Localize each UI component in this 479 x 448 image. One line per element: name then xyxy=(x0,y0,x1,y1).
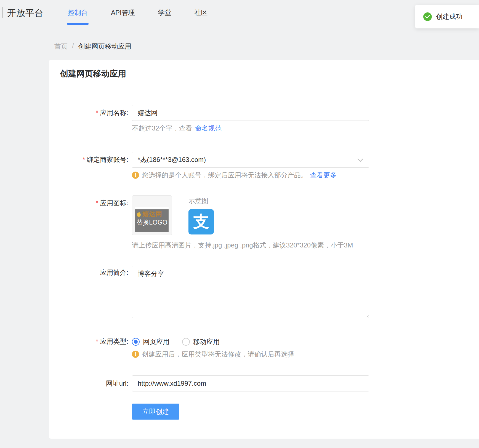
radio-mobile-label[interactable]: 移动应用 xyxy=(193,337,220,346)
merchant-account-warning: ! 您选择的是个人账号，绑定后应用将无法接入部分产品。 查看更多 xyxy=(132,171,479,179)
create-now-button[interactable]: 立即创建 xyxy=(132,404,179,420)
toast-message: 创建成功 xyxy=(436,12,462,21)
app-desc-textarea[interactable]: 博客分享 xyxy=(132,266,369,318)
logo-upload-box[interactable]: 嬉达网 替换LOGO xyxy=(132,195,172,235)
url-input[interactable] xyxy=(132,375,369,391)
breadcrumb-home[interactable]: 首页 xyxy=(54,42,68,51)
breadcrumb: 首页 / 创建网页移动应用 xyxy=(54,42,131,51)
url-label: 网址url: xyxy=(49,379,132,388)
merchant-account-row: *绑定商家账号: *杰(186***3@163.com) xyxy=(49,152,479,168)
success-toast: 创建成功 xyxy=(415,5,479,28)
breadcrumb-current: 创建网页移动应用 xyxy=(78,42,131,51)
app-name-hint: 不超过32个字，查看命名规范 xyxy=(132,124,479,132)
flame-icon xyxy=(136,211,141,217)
warning-icon: ! xyxy=(132,351,139,358)
app-type-radio-group: 网页应用 移动应用 xyxy=(132,337,220,346)
required-mark: * xyxy=(96,199,98,207)
app-icon-field: 嬉达网 替换LOGO 示意图 支 xyxy=(132,195,214,235)
tab-community[interactable]: 社区 xyxy=(195,8,208,23)
app-type-label: *应用类型: xyxy=(49,337,132,346)
app-type-row: *应用类型: 网页应用 移动应用 xyxy=(49,337,479,346)
create-app-form: *应用名称: 不超过32个字，查看命名规范 *绑定商家账号: *杰(186***… xyxy=(49,88,479,420)
warning-icon: ! xyxy=(132,172,139,179)
required-mark: * xyxy=(83,156,85,163)
top-nav: 控制台 API管理 学堂 社区 xyxy=(68,8,208,23)
app-icon-row: *应用图标: 嬉达网 替换LOGO 示意图 支 xyxy=(49,195,479,235)
page-title: 创建网页移动应用 xyxy=(49,60,479,79)
uploaded-logo: 嬉达网 xyxy=(136,210,169,218)
radio-unselected-icon[interactable] xyxy=(182,338,190,346)
sample-column: 示意图 支 xyxy=(188,195,214,235)
brand-logo[interactable]: 开放平台 xyxy=(7,7,44,19)
merchant-account-value: *杰(186***3@163.com) xyxy=(138,155,206,164)
app-desc-label: 应用简介: xyxy=(49,266,132,318)
merchant-account-label: *绑定商家账号: xyxy=(49,156,132,164)
upload-hint: 请上传应用高清图片，支持.jpg .jpeg .png格式，建议320*320像… xyxy=(132,240,367,251)
sample-label: 示意图 xyxy=(188,195,214,205)
brand-divider xyxy=(2,7,2,18)
logo-thumbnail: 嬉达网 替换LOGO xyxy=(135,207,169,232)
url-row: 网址url: xyxy=(49,375,479,391)
chevron-down-icon xyxy=(357,156,363,164)
app-name-label: *应用名称: xyxy=(49,109,132,117)
alipay-sample-icon: 支 xyxy=(188,209,214,234)
tab-academy[interactable]: 学堂 xyxy=(158,8,171,23)
required-mark: * xyxy=(96,338,98,345)
see-more-link[interactable]: 查看更多 xyxy=(310,171,337,179)
app-name-hint-text: 不超过32个字，查看 xyxy=(132,124,192,132)
radio-selected-icon[interactable] xyxy=(132,338,140,346)
breadcrumb-separator: / xyxy=(72,42,74,51)
app-name-input[interactable] xyxy=(132,105,369,121)
tab-console[interactable]: 控制台 xyxy=(68,8,88,23)
tab-api-management[interactable]: API管理 xyxy=(111,8,135,23)
replace-logo-button[interactable]: 替换LOGO xyxy=(135,218,169,227)
naming-rules-link[interactable]: 命名规范 xyxy=(195,124,222,132)
radio-option-mobile[interactable]: 移动应用 xyxy=(182,337,220,346)
radio-web-label[interactable]: 网页应用 xyxy=(143,337,169,346)
app-icon-label: *应用图标: xyxy=(49,195,132,235)
app-desc-row: 应用简介: 博客分享 xyxy=(49,266,479,318)
app-name-row: *应用名称: xyxy=(49,105,479,121)
merchant-account-select[interactable]: *杰(186***3@163.com) xyxy=(132,152,369,168)
app-type-warning: ! 创建应用后，应用类型将无法修改，请确认后再选择 xyxy=(132,350,479,358)
radio-option-web[interactable]: 网页应用 xyxy=(132,337,169,346)
logo-text: 嬉达网 xyxy=(142,210,162,218)
app-type-warning-text: 创建应用后，应用类型将无法修改，请确认后再选择 xyxy=(142,350,294,358)
main-card: 创建网页移动应用 *应用名称: 不超过32个字，查看命名规范 *绑定商家账号: … xyxy=(49,60,479,439)
check-circle-icon xyxy=(423,12,432,21)
merchant-warning-text: 您选择的是个人账号，绑定后应用将无法接入部分产品。 xyxy=(142,171,307,179)
required-mark: * xyxy=(96,109,98,116)
